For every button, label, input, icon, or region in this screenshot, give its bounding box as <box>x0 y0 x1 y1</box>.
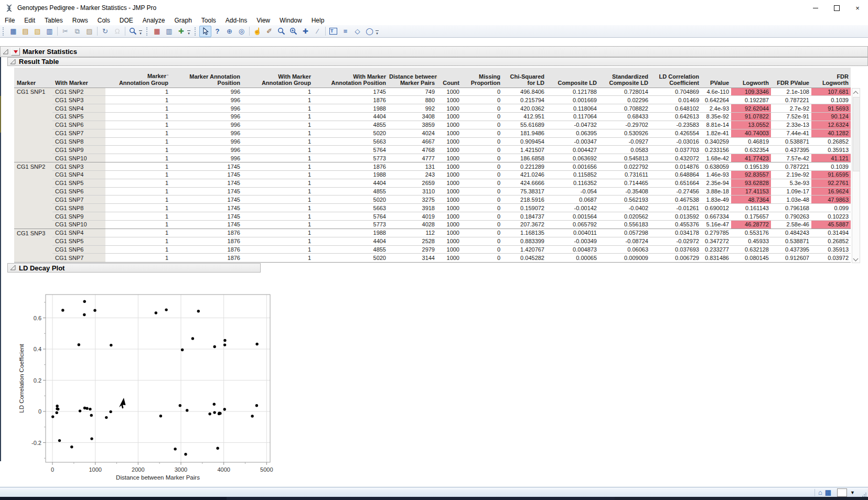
cell-standardized_composite_ld[interactable]: -0.0402 <box>599 204 650 212</box>
disclosure-triangle-icon[interactable] <box>3 49 9 55</box>
cell-composite_ld[interactable]: 0.004011 <box>546 229 599 237</box>
cell-missing_proportion[interactable]: 0 <box>462 88 502 96</box>
status-checkbox[interactable] <box>837 488 847 497</box>
cell-composite_ld[interactable]: -0.054 <box>546 187 599 195</box>
annotate-tool-icon[interactable]: T <box>327 26 339 37</box>
column-header-count[interactable]: Count <box>437 68 462 88</box>
cell-missing_proportion[interactable]: 0 <box>462 104 502 113</box>
cell-distance_between_marker_pairs[interactable]: 4028 <box>388 221 437 229</box>
cell-chi_squared_for_ld[interactable]: 186.6858 <box>502 154 546 162</box>
cell-chi_squared_for_ld[interactable]: 412.951 <box>502 113 546 121</box>
cell-chi_squared_for_ld[interactable]: 496.8406 <box>502 88 546 96</box>
table-row[interactable]: CG1 SNP3199611876880100000.2157940.00166… <box>14 96 851 104</box>
cell-with_marker[interactable]: CG1 SNP6 <box>52 245 105 254</box>
cell-logworth[interactable]: 0.192287 <box>731 96 771 104</box>
cell-marker[interactable]: CG1 SNP3 <box>14 229 52 237</box>
column-header-chi_squared_for_ld[interactable]: Chi-Squaredfor LD <box>502 68 546 88</box>
table-row[interactable]: CG1 SNP911745157644019100000.1847370.001… <box>14 212 851 221</box>
cell-count[interactable]: 1000 <box>437 179 462 187</box>
cell-with_marker_annotation_position[interactable]: 5773 <box>313 221 388 229</box>
cell-marker[interactable] <box>14 96 52 104</box>
scatter-point[interactable] <box>89 408 91 410</box>
cell-missing_proportion[interactable]: 0 <box>462 154 502 162</box>
cell-distance_between_marker_pairs[interactable]: 880 <box>388 96 437 104</box>
table-row[interactable]: CG1 SNP10199615773477710000186.68580.063… <box>14 154 851 162</box>
scatter-point[interactable] <box>218 412 221 415</box>
cell-with_marker_annotation_position[interactable]: 5764 <box>313 212 388 221</box>
cell-with_marker_annotation_position[interactable]: 5773 <box>313 154 388 162</box>
cell-distance_between_marker_pairs[interactable]: 3275 <box>388 195 437 204</box>
cell-marker_annotation_position[interactable]: 1745 <box>170 179 242 187</box>
cell-fdr_pvalue[interactable]: 0.787221 <box>771 162 811 171</box>
cell-logworth[interactable]: 0.161143 <box>731 204 771 212</box>
cell-chi_squared_for_ld[interactable]: 424.6666 <box>502 179 546 187</box>
scatter-point[interactable] <box>61 309 64 311</box>
cell-count[interactable]: 1000 <box>437 96 462 104</box>
cell-missing_proportion[interactable]: 0 <box>462 121 502 129</box>
cell-marker[interactable] <box>14 113 52 121</box>
toolbar-dropdown-arrow[interactable]: ▾ <box>376 30 379 35</box>
cell-with_marker[interactable]: CG1 SNP7 <box>52 254 105 262</box>
cell-pvalue[interactable]: 0.340259 <box>701 137 731 146</box>
scatter-point[interactable] <box>83 300 86 303</box>
cell-logworth[interactable]: 91.07822 <box>731 113 771 121</box>
cell-with_marker_annotation_group[interactable]: 1 <box>242 121 313 129</box>
cell-logworth[interactable]: 48.7364 <box>731 195 771 204</box>
cell-logworth[interactable]: 0.45933 <box>731 237 771 245</box>
cell-with_marker_annotation_group[interactable]: 1 <box>242 96 313 104</box>
cell-with_marker_annotation_group[interactable]: 1 <box>242 254 313 262</box>
menu-doe[interactable]: DOE <box>115 16 138 25</box>
cell-count[interactable]: 1000 <box>437 137 462 146</box>
scatter-point[interactable] <box>223 339 226 342</box>
cell-fdr_logworth[interactable]: 45.5887 <box>811 221 851 229</box>
cell-with_marker[interactable]: CG1 SNP5 <box>52 113 105 121</box>
scatter-point[interactable] <box>90 437 93 440</box>
scatter-point[interactable] <box>216 447 219 450</box>
scatter-point[interactable] <box>90 414 93 417</box>
cell-fdr_logworth[interactable]: 107.681 <box>811 88 851 96</box>
cell-composite_ld[interactable]: -0.04732 <box>546 121 599 129</box>
cell-distance_between_marker_pairs[interactable]: 2979 <box>388 245 437 254</box>
cell-marker_annotation_position[interactable]: 1876 <box>170 237 242 245</box>
table-row[interactable]: CG1 SNP5199614404340810000412.9510.11706… <box>14 113 851 121</box>
table-row[interactable]: CG1 SNP419961198899210000420.03620.11806… <box>14 104 851 113</box>
scatter-point[interactable] <box>191 337 194 340</box>
cell-chi_squared_for_ld[interactable]: 75.38317 <box>502 187 546 195</box>
cell-composite_ld[interactable]: 0.121788 <box>546 88 599 96</box>
toolbar-grip[interactable] <box>146 27 149 36</box>
cell-distance_between_marker_pairs[interactable]: 3859 <box>388 121 437 129</box>
cell-with_marker[interactable]: CG1 SNP8 <box>52 137 105 146</box>
cell-pvalue[interactable]: 1.82e-41 <box>701 129 731 137</box>
cell-standardized_composite_ld[interactable]: -0.08724 <box>599 237 650 245</box>
cell-with_marker_annotation_position[interactable]: 1745 <box>313 88 388 96</box>
zoom-in-tool-icon[interactable] <box>287 26 299 37</box>
cut-icon[interactable]: ✂ <box>59 26 71 37</box>
toolbar-grip[interactable] <box>195 27 197 36</box>
cell-with_marker[interactable]: CG1 SNP4 <box>52 170 105 179</box>
cell-marker[interactable] <box>14 221 52 229</box>
column-header-fdr_logworth[interactable]: FDRLogworth <box>811 68 851 88</box>
cell-marker_annotation_group[interactable]: 1 <box>105 254 170 262</box>
cell-standardized_composite_ld[interactable]: 0.731611 <box>599 170 650 179</box>
cell-logworth[interactable]: 17.41153 <box>731 187 771 195</box>
cell-fdr_pvalue[interactable]: 0.787221 <box>771 96 811 104</box>
table-row[interactable]: CG1 SNP6117451485531101000075.38317-0.05… <box>14 187 851 195</box>
cell-marker_annotation_group[interactable]: 1 <box>105 121 170 129</box>
cell-with_marker[interactable]: CG1 SNP9 <box>52 146 105 154</box>
scatter-point[interactable] <box>184 453 187 455</box>
cell-distance_between_marker_pairs[interactable]: 131 <box>388 162 437 171</box>
cell-missing_proportion[interactable]: 0 <box>462 113 502 121</box>
cell-with_marker[interactable]: CG1 SNP4 <box>52 104 105 113</box>
cell-with_marker_annotation_position[interactable]: 1876 <box>313 96 388 104</box>
cell-with_marker_annotation_group[interactable]: 1 <box>242 245 313 254</box>
cell-fdr_pvalue[interactable]: 5.3e-93 <box>771 179 811 187</box>
cell-with_marker_annotation_position[interactable]: 5020 <box>313 195 388 204</box>
cell-distance_between_marker_pairs[interactable]: 3408 <box>388 113 437 121</box>
cell-ld_correlation_coefficient[interactable]: 0.455376 <box>650 221 701 229</box>
cell-composite_ld[interactable]: -0.00142 <box>546 204 599 212</box>
cell-with_marker[interactable]: CG1 SNP9 <box>52 212 105 221</box>
cell-distance_between_marker_pairs[interactable]: 3918 <box>388 204 437 212</box>
cell-with_marker[interactable]: CG1 SNP5 <box>52 179 105 187</box>
scatter-point[interactable] <box>93 309 96 312</box>
scatter-point[interactable] <box>83 313 85 316</box>
